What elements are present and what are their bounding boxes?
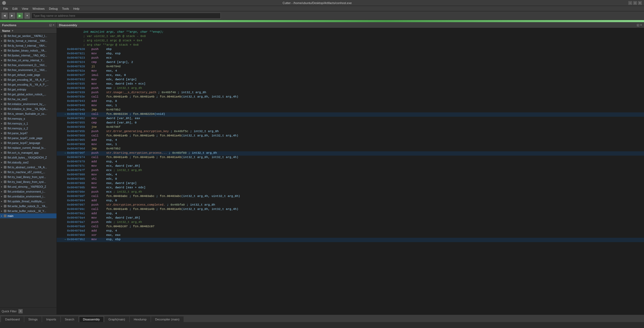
disasm-instruction[interactable]: 0x00407960 call fcn.00401a4b ; fcn.00401… (57, 134, 644, 138)
disasm-instruction[interactable]: 0x00407994 add esp, 8 (57, 199, 644, 203)
menu-edit[interactable]: Edit (10, 6, 20, 11)
menu-windows[interactable]: Windows (30, 6, 47, 11)
func-item[interactable]: ▸flirt.to_abstract_control__YA_A... (0, 165, 57, 170)
disasm-instruction[interactable]: 0x00407928 jl 0x40794d (57, 65, 644, 69)
menu-tools[interactable]: Tools (60, 6, 71, 11)
tab-dashboard[interactable]: Dashboard (1, 316, 24, 322)
disasm-instruction[interactable]: 0x00407959 jne 0x40796f (57, 125, 644, 130)
disasm-instruction[interactable]: 0x00407938 push eax ; int32_t arg_4h (57, 86, 644, 91)
disasm-instruction[interactable]: → 0x0040794d call fcn.00402234 ; fcn.004… (57, 112, 644, 117)
run-dropdown-button[interactable]: ▾ (25, 13, 30, 19)
func-item[interactable]: ▸flirt.get_encoding_N__YA_A_P_... (0, 82, 57, 87)
disasm-instruction[interactable]: 0x0040797c mov ecx, dword [var_8h] (57, 164, 644, 169)
func-item[interactable]: ▸flirt.initialize_environment_by_... (0, 102, 57, 106)
disasm-instruction[interactable]: 0x0040796d jmp 0x4079b2 (57, 147, 644, 151)
disasm-instruction[interactable]: 0x004079a4 mov edx, dword [var_8h] (57, 216, 644, 220)
func-item[interactable]: ▸flirt.parse_bcp47 (0, 131, 57, 136)
tab-graph-main-[interactable]: Graph(main) (104, 316, 129, 322)
col-header-name[interactable]: Name ▼ (0, 28, 57, 34)
disasm-instruction[interactable]: 0x0040792f imul ecx, eax, 0 (57, 73, 644, 78)
disasm-float-button[interactable]: ◱ (637, 24, 639, 26)
disasm-instruction[interactable]: 0x0040795b push str.Error_generating_enc… (57, 130, 644, 134)
disasm-instruction[interactable]: 0x0040798b mov ecx, dword [eax + edx] (57, 186, 644, 190)
func-item[interactable]: ▸flirt.fputwc_binary_nolock__YA... (0, 48, 57, 53)
disasm-close-button[interactable]: × (640, 24, 642, 26)
func-item[interactable]: ▸flirt.shift_bytes__YAXQADIOH_Z (0, 155, 57, 160)
tab-strings[interactable]: Strings (24, 316, 42, 322)
disasm-instruction[interactable]: 0x004079b0 xor eax, eax (57, 233, 644, 238)
address-input[interactable] (31, 13, 221, 19)
func-item[interactable]: ▸flirt.get_entropy (0, 87, 57, 92)
panel-close-button[interactable]: × (53, 24, 54, 26)
func-item[interactable]: ▸flirt.try_load_library_from_syst... (0, 179, 57, 184)
menu-help[interactable]: Help (71, 6, 82, 11)
func-item[interactable]: ▸flirt.hw_cw_sse2 (0, 97, 57, 102)
func-item[interactable]: ▸flirt.free_crt_array_internal_Y... (0, 58, 57, 63)
func-item[interactable]: ▸flirt.parse_bcp47_language (0, 140, 57, 145)
func-item[interactable]: ▸flirt.update_thread_multibyte_... (0, 199, 57, 204)
disasm-instruction[interactable]: → 0x0040796f push str.Starting_encryptio… (57, 151, 644, 156)
func-item[interactable]: ▸flirt.uninitialize_environment_i... (0, 194, 57, 199)
disasm-instruction[interactable]: 0x00407979 add esp, 4 (57, 160, 644, 164)
disasm-instruction[interactable]: 0x00407921 mov ebp, esp (57, 52, 644, 56)
func-item[interactable]: ▸flirt.fp_format_e_internal__YAH... (0, 38, 57, 43)
minimize-button[interactable]: − (628, 1, 632, 5)
panel-float-button[interactable]: ◱ (49, 24, 52, 26)
titlebar-controls[interactable]: − □ × (628, 1, 642, 5)
func-item[interactable]: ▸flirt.memcpy_s_1 (0, 121, 57, 126)
func-item[interactable]: ▸flirt.free_environment_D__YAX... (0, 63, 57, 68)
disasm-instruction[interactable]: 0x00407943 add esp, 8 (57, 99, 644, 104)
disasm-instruction[interactable]: 0x00407965 add esp, 4 (57, 138, 644, 143)
func-item[interactable]: ▸flirt.get_global_action_nolock_... (0, 92, 57, 97)
func-item[interactable]: ▸flirt.to_machine_x87_control_... (0, 170, 57, 175)
func-item[interactable]: ▸flirt.get_default_code_page (0, 72, 57, 77)
disasm-instruction[interactable]: 0x00407935 mov eax, dword [edx + ecx] (57, 82, 644, 86)
forward-button[interactable]: ▶ (9, 13, 15, 19)
func-item[interactable]: ▸flirt.write_buffer_nolock_D__YA... (0, 204, 57, 209)
func-item[interactable]: ▸flirt.parse_bcp47_code_page (0, 136, 57, 140)
func-item[interactable]: ▸flirt.write_buffer_nolock__W_Y... (0, 209, 57, 213)
disasm-instruction[interactable]: 0x004079a8 call fcn.00402c07 ; fcn.00402… (57, 225, 644, 229)
menu-file[interactable]: File (1, 6, 10, 11)
func-item[interactable]: ▸flirt.get_encoding_M__YA_A_P_... (0, 77, 57, 82)
disasm-instruction[interactable]: 0x00407923 push ecx (57, 56, 644, 61)
disasm-instruction[interactable]: 0x0040798f call fcn.00403abc ; fcn.00403… (57, 195, 644, 199)
func-item[interactable]: ▸flirt.free_environment_D__YAX... (0, 68, 57, 72)
tab-decompiler--main-[interactable]: Decompiler (main) (151, 316, 184, 322)
disasm-instruction[interactable]: 0x00407985 shl edx, 0 (57, 177, 644, 182)
func-item[interactable]: ▸flirt.is_stream_flushable_or_co... (0, 111, 57, 116)
disasm-instruction[interactable]: 0x0040794b jmp 0x4079b2 (57, 108, 644, 112)
tab-imports[interactable]: Imports (42, 316, 60, 322)
disasm-instruction[interactable]: 0x004079a7 push edx ; int32_t arg_4h (57, 220, 644, 225)
tab-search[interactable]: Search (61, 316, 78, 322)
func-item[interactable]: ▸flirt.memcpy_s (0, 116, 57, 121)
disasm-instruction[interactable]: 0x0040793e call fcn.00401a4b ; fcn.00401… (57, 95, 644, 99)
func-item[interactable]: ▸flirt.fputwc_internal__YAG_WQ... (0, 53, 57, 58)
func-item[interactable]: ▸flirt.uninitialize_environment_i... (0, 189, 57, 194)
menu-debug[interactable]: Debug (47, 6, 60, 11)
back-button[interactable]: ◀ (2, 13, 8, 19)
disasm-content[interactable]: int main(int argc, char **argv, char **e… (57, 28, 644, 314)
quick-filter-close-button[interactable]: ✕ (18, 309, 23, 313)
disasm-instruction[interactable]: 0x00407952 mov dword [var_8h], eax (57, 117, 644, 121)
maximize-button[interactable]: □ (633, 1, 637, 5)
disasm-instruction[interactable]: 0x004079ad add esp, 4 (57, 229, 644, 233)
disasm-instruction[interactable]: 0x00407955 cmp dword [var_8h], 0 (57, 121, 644, 125)
func-item[interactable]: ▸flirt.try_load_library_from_syst... (0, 175, 57, 179)
disasm-instruction[interactable]: 0x00407946 mov eax, 1 (57, 104, 644, 108)
disasm-instruction[interactable]: 0x0040798e push ecx ; int32_t arg_4h (57, 190, 644, 195)
disasm-instruction[interactable]: 0x0040797f push ecx ; int32_t arg_8h (57, 169, 644, 173)
func-item[interactable]: ▸flirt.scrt_is_managed_app (0, 150, 57, 155)
disasm-instruction[interactable]: 0x00407939 push str.Usage:__s_directory_… (57, 91, 644, 95)
disasm-instruction[interactable]: → 0x004079b2 mov esp, ebp (57, 238, 644, 242)
tab-disassembly[interactable]: Disassembly (79, 316, 104, 322)
func-item[interactable]: ▸flirt.fp_format_f_internal__YAH... (0, 43, 57, 48)
disasm-instruction[interactable]: 0x0040792a mov eax, 4 (57, 69, 644, 73)
disasm-instruction[interactable]: 0x00407988 mov eax, dword [argv] (57, 182, 644, 186)
close-button[interactable]: × (638, 1, 642, 5)
tab-hexdump[interactable]: Hexdump (130, 316, 151, 322)
disasm-instruction[interactable]: 0x00407924 cmp dword [argc], 2 (57, 61, 644, 65)
disasm-instruction[interactable]: 0x00407980 mov edx, 4 (57, 173, 644, 177)
func-item[interactable]: ▸main (0, 213, 57, 218)
menu-view[interactable]: View (20, 6, 31, 11)
